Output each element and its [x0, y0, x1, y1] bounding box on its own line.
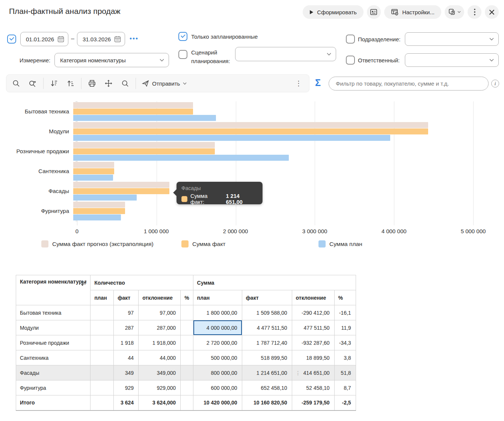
more-actions-button[interactable] — [468, 5, 481, 19]
responsible-select[interactable] — [405, 53, 499, 67]
sort-descending-button[interactable] — [46, 76, 62, 91]
subheader-qty-dev[interactable]: отклонение — [139, 290, 181, 305]
chart-bar-group — [73, 121, 469, 141]
send-button[interactable]: Отправить — [138, 80, 190, 87]
cell-category[interactable]: Модули — [16, 320, 91, 335]
subheader-qty-fact[interactable]: факт — [114, 290, 139, 305]
group-header-quantity[interactable]: Количество — [91, 275, 193, 290]
search-button[interactable] — [8, 76, 24, 91]
x-tick-label: 2 000 000 — [223, 228, 248, 234]
search-icon — [12, 80, 20, 87]
table-total-row[interactable]: Итого 3 624 3 624,000 10 420 000,00 10 1… — [16, 395, 356, 410]
report-variants-icon — [448, 8, 456, 16]
subheader-qty-pct[interactable]: % — [181, 290, 193, 305]
chart-bar[interactable] — [73, 135, 390, 141]
quick-filter-input[interactable] — [329, 77, 489, 91]
legend-label: Сумма план — [329, 241, 362, 247]
close-button[interactable] — [485, 5, 499, 19]
chart-category-group: Сантехника — [0, 161, 473, 181]
search-next-button[interactable] — [24, 76, 41, 91]
chart-bar[interactable] — [73, 148, 215, 154]
chart-bar[interactable] — [73, 142, 215, 148]
totals-sigma-icon[interactable]: Σ — [315, 77, 321, 88]
chart-bar[interactable] — [73, 128, 428, 134]
cell-category[interactable]: Сантехника — [16, 350, 91, 365]
period-to-field[interactable]: 31.03.2026 — [77, 32, 125, 46]
generate-label: Сформировать — [317, 9, 357, 15]
table-row[interactable]: Бытовая техника 97 97,000 1 800 000,00 1… — [16, 305, 356, 320]
period-checkbox[interactable] — [7, 35, 16, 44]
legend-item-plan[interactable]: Сумма план — [318, 240, 362, 247]
chart-tooltip: Фасады Сумма факт: 1 214 651,00 — [177, 182, 263, 204]
scenario-checkbox[interactable] — [178, 50, 187, 59]
chart-category-label: Розничные продажи — [0, 141, 73, 161]
chart-bar[interactable] — [73, 168, 114, 174]
chart-bar[interactable] — [73, 162, 114, 168]
selected-cell[interactable]: 4 000 000,00 — [193, 320, 242, 335]
cell-category[interactable]: Фасады — [16, 365, 91, 380]
subheader-qty-plan[interactable]: план — [91, 290, 114, 305]
department-checkbox[interactable] — [346, 35, 355, 44]
chart-bar[interactable] — [73, 188, 169, 194]
chart-bar[interactable] — [73, 195, 137, 201]
report-variants-button[interactable] — [445, 5, 464, 19]
chart-bar[interactable] — [73, 208, 125, 214]
send-label: Отправить — [152, 80, 180, 87]
generate-button[interactable]: Сформировать — [303, 5, 364, 19]
subheader-sum-pct[interactable]: % — [334, 290, 356, 305]
table-row[interactable]: Розничные продажи 1 918 1 918,000 2 720 … — [16, 335, 356, 350]
sort-ascending-button[interactable] — [62, 76, 79, 91]
department-label: Подразделение: — [358, 36, 400, 42]
calendar-icon[interactable] — [57, 36, 64, 42]
chart-category-label: Фурнитура — [0, 201, 73, 221]
chart-bar-group — [73, 141, 469, 161]
cell-category[interactable]: Фурнитура — [16, 380, 91, 395]
info-icon[interactable]: i — [491, 80, 499, 88]
dimension-select[interactable]: Категория номенклатуры — [54, 53, 169, 67]
zoom-button[interactable] — [117, 76, 133, 91]
cell-category[interactable]: Бытовая техника — [16, 305, 91, 320]
department-select[interactable] — [405, 32, 499, 46]
tooltip-value: 1 214 651,00 — [226, 193, 258, 205]
period-more-button[interactable]: ••• — [130, 35, 139, 42]
subheader-sum-fact[interactable]: факт — [242, 290, 292, 305]
cell-category[interactable]: Розничные продажи — [16, 335, 91, 350]
pan-button[interactable] — [100, 76, 117, 91]
settings-button[interactable]: Настройки... — [384, 5, 441, 19]
form-view-button[interactable] — [367, 5, 381, 19]
only-planned-checkbox[interactable] — [178, 32, 187, 41]
gridline — [473, 101, 474, 225]
chart-bar[interactable] — [73, 122, 428, 128]
toolbar-more-button[interactable]: ⋮ — [290, 76, 307, 91]
chart-category-label: Фасады — [0, 181, 73, 201]
legend-item-forecast[interactable]: Сумма факт прогноз (экстраполяция) — [41, 240, 154, 247]
form-icon — [370, 8, 377, 16]
chart-bar[interactable] — [73, 182, 169, 188]
x-tick-label: 4 000 000 — [382, 228, 407, 234]
subheader-sum-dev[interactable]: отклонение — [292, 290, 334, 305]
chevron-down-icon — [457, 11, 461, 13]
responsible-checkbox[interactable] — [346, 56, 355, 65]
chart-bar[interactable] — [73, 109, 193, 115]
chart-bar[interactable] — [73, 155, 289, 161]
table-row[interactable]: Сантехника 44 44,000 500 000,00 518 899,… — [16, 350, 356, 365]
chart-bar[interactable] — [73, 175, 113, 181]
column-header-category[interactable]: Категория номенклатуры — [16, 275, 91, 305]
chart-bar[interactable] — [73, 115, 216, 121]
chart-bar[interactable] — [73, 102, 193, 108]
period-from-field[interactable]: 01.01.2026 — [20, 32, 68, 46]
group-header-sum[interactable]: Сумма — [193, 275, 356, 290]
cell-menu-icon[interactable]: ⋮ — [296, 370, 301, 376]
subheader-sum-plan[interactable]: план — [193, 290, 242, 305]
sort-icon[interactable] — [80, 280, 87, 287]
chart-bar[interactable] — [73, 202, 125, 208]
table-row-hovered[interactable]: Фасады 349 349,000 800 000,00 1 214 651,… — [16, 365, 356, 380]
legend-item-fact[interactable]: Сумма факт — [181, 240, 225, 247]
chart-bar[interactable] — [73, 214, 121, 220]
chevron-down-icon — [160, 59, 164, 62]
table-row[interactable]: Модули 287 287,000 4 000 000,00 4 477 51… — [16, 320, 356, 335]
scenario-select[interactable] — [235, 47, 336, 61]
print-button[interactable] — [84, 76, 100, 91]
calendar-icon[interactable] — [114, 36, 121, 42]
table-row[interactable]: Фурнитура 929 929,000 600 000,00 652 458… — [16, 380, 356, 395]
